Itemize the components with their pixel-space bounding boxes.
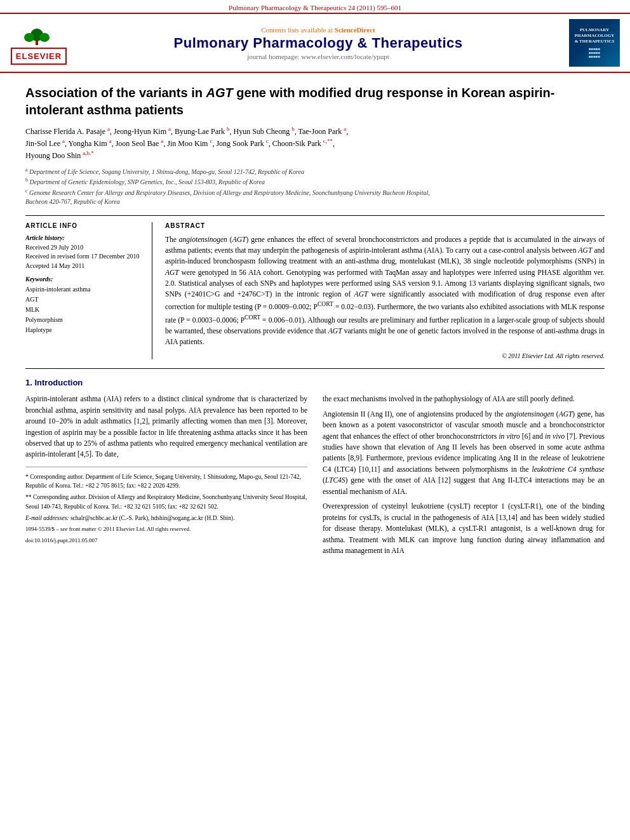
keyword-mlk: MLK xyxy=(25,305,143,315)
footnotes-area: * Corresponding author. Department of Li… xyxy=(25,467,307,545)
journal-title-main: Pulmonary Pharmacology & Therapeutics xyxy=(75,35,561,51)
intro-para-1: Aspirin-intolerant asthma (AIA) refers t… xyxy=(25,394,307,460)
copyright: © 2011 Elsevier Ltd. All rights reserved… xyxy=(165,352,605,359)
svg-point-2 xyxy=(24,33,34,42)
journal-title-block: Contents lists available at ScienceDirec… xyxy=(75,26,561,60)
intro-para-right-1: the exact mechanisms involved in the pat… xyxy=(323,394,605,404)
journal-header: Pulmonary Pharmacology & Therapeutics 24… xyxy=(0,0,630,14)
introduction-heading: 1. Introduction xyxy=(25,378,605,387)
introduction-section: 1. Introduction Aspirin-intolerant asthm… xyxy=(25,378,605,561)
article-info-title: ARTICLE INFO xyxy=(25,222,143,229)
intro-right-col: the exact mechanisms involved in the pat… xyxy=(323,394,605,561)
footnote-star: * Corresponding author. Department of Li… xyxy=(25,472,307,491)
sciencedirect-link: Contents lists available at ScienceDirec… xyxy=(75,26,561,34)
journal-citation: Pulmonary Pharmacology & Therapeutics 24… xyxy=(229,4,401,11)
received-date: Received 29 July 2010 Received in revise… xyxy=(25,243,143,271)
elsevier-logo-area: ELSEVIER xyxy=(10,21,67,65)
keywords-label: Keywords: xyxy=(25,276,143,283)
keyword-agt: AGT xyxy=(25,295,143,305)
article-info-column: ARTICLE INFO Article history: Received 2… xyxy=(25,222,152,359)
intro-para-right-3: Overexpression of cysteinyl leukotriene … xyxy=(323,501,605,556)
abstract-body: The angiotensinogen (AGT) gene enhances … xyxy=(165,234,605,347)
journal-homepage: journal homepage: www.elsevier.com/locat… xyxy=(75,53,561,60)
issn-line: 1094-5539/$ – see front matter © 2011 El… xyxy=(25,525,307,534)
authors: Charisse Flerida A. Pasaje a, Jeong-Hyun… xyxy=(25,125,605,161)
keyword-polymorphism: Polymorphism xyxy=(25,315,143,325)
keywords-list: Aspirin-intolerant asthma AGT MLK Polymo… xyxy=(25,284,143,335)
abstract-title: ABSTRACT xyxy=(165,222,605,229)
svg-point-3 xyxy=(39,33,50,42)
publisher-bar: ELSEVIER Contents lists available at Sci… xyxy=(0,14,630,73)
section-divider xyxy=(25,368,605,369)
history-label: Article history: xyxy=(25,234,143,241)
article-title: Association of the variants in AGT gene … xyxy=(25,84,605,119)
sciencedirect-name: ScienceDirect xyxy=(335,26,375,34)
article-info-abstract-section: ARTICLE INFO Article history: Received 2… xyxy=(25,215,605,359)
intro-para-right-2: Angiotensin II (Ang II), one of angioten… xyxy=(323,409,605,498)
introduction-body: Aspirin-intolerant asthma (AIA) refers t… xyxy=(25,394,605,561)
keyword-aia: Aspirin-intolerant asthma xyxy=(25,284,143,295)
keyword-haplotype: Haplotype xyxy=(25,325,143,335)
elsevier-label: ELSEVIER xyxy=(11,48,67,65)
abstract-column: ABSTRACT The angiotensinogen (AGT) gene … xyxy=(165,222,605,359)
footnote-doublestar: ** Corresponding author. Division of All… xyxy=(25,493,307,511)
journal-cover-image: PULMONARYPHARMACOLOGY& THERAPEUTICS ■■■■… xyxy=(569,19,620,67)
elsevier-tree-icon xyxy=(17,21,61,46)
affiliations: a Department of Life Science, Sogang Uni… xyxy=(25,166,605,206)
intro-left-col: Aspirin-intolerant asthma (AIA) refers t… xyxy=(25,394,307,561)
doi-line: doi:10.1016/j.pupt.2011.05.007 xyxy=(25,537,307,545)
footnote-email: E-mail addresses: schalr@schbc.ac.kr (C.… xyxy=(25,514,307,523)
content-area: Association of the variants in AGT gene … xyxy=(0,73,630,572)
